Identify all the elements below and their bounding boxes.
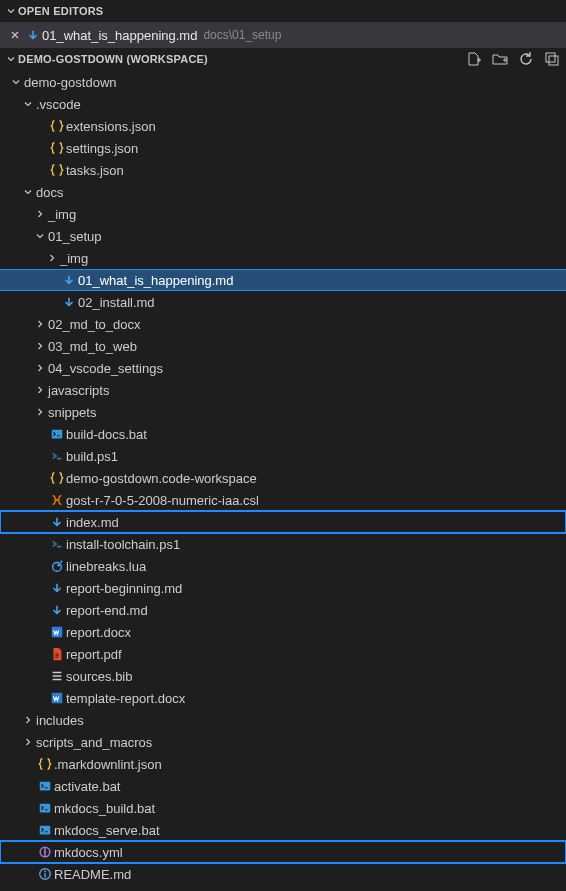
tree-folder[interactable]: scripts_and_macros [0, 731, 566, 753]
md-icon [60, 273, 78, 287]
collapse-all-icon[interactable] [544, 51, 560, 67]
open-editor-tab-desc: docs\01_setup [203, 28, 281, 42]
tree-item-label: index.md [66, 515, 119, 530]
explorer-tree: demo-gostdown.vscodeextensions.jsonsetti… [0, 70, 566, 885]
tree-folder[interactable]: docs [0, 181, 566, 203]
chevron-right-icon[interactable] [32, 340, 48, 352]
tree-folder[interactable]: javascripts [0, 379, 566, 401]
tree-file[interactable]: .markdownlint.json [0, 753, 566, 775]
tree-item-label: report-beginning.md [66, 581, 182, 596]
chevron-right-icon[interactable] [32, 208, 48, 220]
tree-item-label: _img [60, 251, 88, 266]
tree-file[interactable]: 02_install.md [0, 291, 566, 313]
pdf-icon [48, 647, 66, 661]
chevron-right-icon[interactable] [32, 384, 48, 396]
chevron-down-icon[interactable] [20, 186, 36, 198]
tree-file[interactable]: activate.bat [0, 775, 566, 797]
tree-item-label: report.docx [66, 625, 131, 640]
chevron-right-icon[interactable] [20, 736, 36, 748]
tree-folder[interactable]: demo-gostdown [0, 71, 566, 93]
tree-item-label: mkdocs.yml [54, 845, 123, 860]
tree-file[interactable]: report-end.md [0, 599, 566, 621]
md-icon [60, 295, 78, 309]
tree-folder[interactable]: 04_vscode_settings [0, 357, 566, 379]
chevron-right-icon[interactable] [32, 362, 48, 374]
tree-file[interactable]: install-toolchain.ps1 [0, 533, 566, 555]
tree-file[interactable]: README.md [0, 863, 566, 885]
tree-file[interactable]: demo-gostdown.code-workspace [0, 467, 566, 489]
tree-file[interactable]: linebreaks.lua [0, 555, 566, 577]
tree-file[interactable]: report-beginning.md [0, 577, 566, 599]
tree-file[interactable]: extensions.json [0, 115, 566, 137]
tree-item-label: .vscode [36, 97, 81, 112]
chevron-right-icon[interactable] [32, 406, 48, 418]
svg-rect-0 [546, 53, 555, 62]
tree-item-label: demo-gostdown [24, 75, 117, 90]
tree-file[interactable]: report.docx [0, 621, 566, 643]
csl-icon [48, 493, 66, 507]
chevron-down-icon[interactable] [20, 98, 36, 110]
tree-folder[interactable]: .vscode [0, 93, 566, 115]
chevron-right-icon[interactable] [44, 252, 60, 264]
svg-point-4 [53, 563, 62, 572]
lua-icon [48, 559, 66, 573]
json-icon [48, 141, 66, 155]
tree-file[interactable]: report.pdf [0, 643, 566, 665]
tree-item-label: snippets [48, 405, 96, 420]
json-icon [36, 757, 54, 771]
tree-file[interactable]: sources.bib [0, 665, 566, 687]
tree-folder[interactable]: 03_md_to_web [0, 335, 566, 357]
tree-item-label: gost-r-7-0-5-2008-numeric-iaa.csl [66, 493, 259, 508]
svg-rect-1 [549, 56, 558, 65]
tree-item-label: _img [48, 207, 76, 222]
tree-item-label: tasks.json [66, 163, 124, 178]
bat-icon [36, 823, 54, 837]
tree-item-label: build.ps1 [66, 449, 118, 464]
open-editors-title: OPEN EDITORS [18, 5, 103, 17]
chevron-down-icon[interactable] [8, 76, 24, 88]
svg-point-5 [57, 564, 60, 567]
tree-file[interactable]: mkdocs_build.bat [0, 797, 566, 819]
tree-file[interactable]: mkdocs.yml [0, 841, 566, 863]
docx-icon [48, 691, 66, 705]
tree-file[interactable]: template-report.docx [0, 687, 566, 709]
tree-item-label: report.pdf [66, 647, 122, 662]
refresh-icon[interactable] [518, 51, 534, 67]
tree-folder[interactable]: 01_setup [0, 225, 566, 247]
chevron-right-icon[interactable] [20, 714, 36, 726]
bat-icon [48, 427, 66, 441]
tree-file[interactable]: gost-r-7-0-5-2008-numeric-iaa.csl [0, 489, 566, 511]
tree-file[interactable]: 01_what_is_happening.md [0, 269, 566, 291]
close-icon[interactable] [6, 29, 24, 41]
tree-file[interactable]: settings.json [0, 137, 566, 159]
bat-icon [36, 779, 54, 793]
tree-folder[interactable]: snippets [0, 401, 566, 423]
tree-file[interactable]: tasks.json [0, 159, 566, 181]
open-editor-tab-label: 01_what_is_happening.md [42, 28, 197, 43]
chevron-down-icon[interactable] [32, 230, 48, 242]
svg-point-6 [60, 561, 62, 563]
chevron-right-icon[interactable] [32, 318, 48, 330]
yml-icon [36, 845, 54, 859]
new-folder-icon[interactable] [492, 51, 508, 67]
chevron-down-icon [4, 53, 18, 65]
workspace-header[interactable]: DEMO-GOSTDOWN (WORKSPACE) [0, 48, 566, 70]
tree-folder[interactable]: _img [0, 203, 566, 225]
tree-item-label: docs [36, 185, 63, 200]
tree-folder[interactable]: _img [0, 247, 566, 269]
md-icon [48, 515, 66, 529]
tree-folder[interactable]: includes [0, 709, 566, 731]
tree-item-label: .markdownlint.json [54, 757, 162, 772]
new-file-icon[interactable] [466, 51, 482, 67]
open-editor-tab[interactable]: 01_what_is_happening.md docs\01_setup [0, 22, 566, 48]
tree-folder[interactable]: 02_md_to_docx [0, 313, 566, 335]
tree-item-label: 03_md_to_web [48, 339, 137, 354]
json-icon [48, 471, 66, 485]
open-editors-header[interactable]: OPEN EDITORS [0, 0, 566, 22]
tree-file[interactable]: build.ps1 [0, 445, 566, 467]
tree-file[interactable]: build-docs.bat [0, 423, 566, 445]
tree-file[interactable]: index.md [0, 511, 566, 533]
markdown-icon [24, 28, 42, 42]
tree-item-label: mkdocs_build.bat [54, 801, 155, 816]
tree-file[interactable]: mkdocs_serve.bat [0, 819, 566, 841]
